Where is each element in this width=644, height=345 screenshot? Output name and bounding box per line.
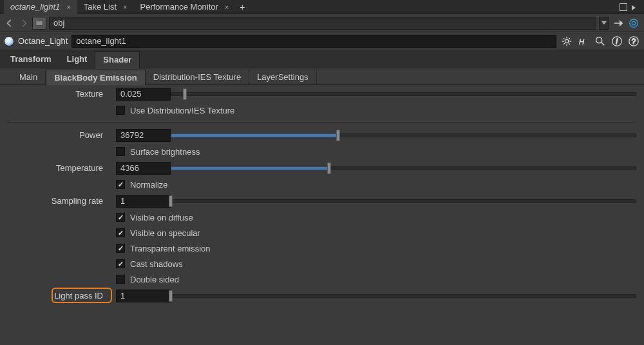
transparent-emission-checkbox[interactable] <box>116 244 125 253</box>
slider-track <box>171 92 636 96</box>
subtab-blackbody[interactable]: BlackBody Emission <box>46 70 146 85</box>
window-tab-label: Performance Monitor <box>140 2 218 12</box>
cast-shadows-label: Cast shadows <box>130 259 183 269</box>
cast-shadows-checkbox[interactable] <box>116 259 125 268</box>
svg-point-6 <box>596 37 602 43</box>
tab-shader[interactable]: Shader <box>95 51 140 68</box>
add-tab-button[interactable]: + <box>235 2 249 12</box>
sampling-rate-input[interactable]: 1 <box>116 195 171 208</box>
window-tab-0[interactable]: octane_light1 × <box>4 0 77 14</box>
slider-thumb[interactable] <box>169 290 173 302</box>
transparent-emission-label: Transparent emission <box>130 244 211 253</box>
temperature-input[interactable]: 4366 <box>116 162 171 175</box>
light-pass-id-label: Light pass ID <box>0 291 109 301</box>
normalize-checkbox[interactable] <box>116 180 125 189</box>
slider-thumb[interactable] <box>183 88 187 100</box>
subtab-main[interactable]: Main <box>12 70 46 84</box>
close-icon[interactable]: × <box>123 3 127 11</box>
slider-fill <box>171 166 329 170</box>
svg-rect-0 <box>36 21 43 25</box>
double-sided-checkbox[interactable] <box>116 275 125 284</box>
tab-label: Shader <box>103 55 131 64</box>
svg-text:i: i <box>616 36 618 44</box>
svg-text:H: H <box>579 37 585 45</box>
back-button[interactable] <box>4 17 15 29</box>
power-input[interactable]: 36792 <box>116 129 171 142</box>
tab-light[interactable]: Light <box>59 51 95 68</box>
visible-specular-checkbox[interactable] <box>116 228 125 237</box>
path-bar: obj <box>0 14 644 32</box>
tab-label: Distribution-IES Texture <box>153 72 241 82</box>
light-pass-id-input[interactable]: 1 <box>116 290 171 302</box>
houdini-icon[interactable]: H <box>577 35 590 48</box>
lightbulb-icon <box>4 36 14 46</box>
sampling-rate-slider[interactable] <box>171 195 636 208</box>
subtab-distribution[interactable]: Distribution-IES Texture <box>146 70 249 84</box>
node-name-input[interactable]: octane_light1 <box>71 35 556 48</box>
help-icon[interactable]: ? <box>627 35 640 48</box>
tab-label: Transform <box>10 54 52 64</box>
use-distribution-label: Use Distribution/IES Texture <box>130 106 234 115</box>
expand-icon[interactable] <box>631 3 639 11</box>
field-text: 0.025 <box>120 89 142 99</box>
svg-text:?: ? <box>632 36 636 44</box>
temperature-slider[interactable] <box>171 162 636 175</box>
context-icon[interactable] <box>32 17 46 30</box>
forward-button[interactable] <box>18 17 30 29</box>
path-dropdown[interactable] <box>599 17 609 30</box>
node-header: Octane_Light octane_light1 H i ? <box>0 32 644 50</box>
close-icon[interactable]: × <box>225 3 229 11</box>
light-pass-id-slider[interactable] <box>171 290 636 302</box>
path-text: obj <box>53 18 64 28</box>
window-tab-bar: octane_light1 × Take List × Performance … <box>0 0 644 14</box>
temperature-label: Temperature <box>0 163 109 173</box>
svg-point-4 <box>565 39 568 43</box>
tab-label: Main <box>19 72 37 82</box>
node-name-text: octane_light1 <box>76 36 126 46</box>
sampling-rate-label: Sampling rate <box>0 196 109 206</box>
svg-point-3 <box>632 21 635 25</box>
slider-thumb[interactable] <box>336 130 340 141</box>
texture-input[interactable]: 0.025 <box>116 88 171 101</box>
divider <box>6 122 636 123</box>
visible-diffuse-label: Visible on diffuse <box>130 213 193 222</box>
visible-diffuse-checkbox[interactable] <box>116 213 125 222</box>
double-sided-label: Double sided <box>130 275 179 284</box>
window-tab-label: Take List <box>84 2 117 12</box>
info-icon[interactable]: i <box>611 35 623 48</box>
tab-transform[interactable]: Transform <box>3 51 59 68</box>
tab-label: BlackBody Emission <box>54 73 137 83</box>
window-controls <box>620 3 644 11</box>
gear-icon[interactable] <box>560 35 573 48</box>
field-text: 36792 <box>120 130 144 140</box>
window-tab-2[interactable]: Performance Monitor × <box>134 0 236 14</box>
surface-brightness-label: Surface brightness <box>130 147 200 157</box>
use-distribution-checkbox[interactable] <box>116 106 125 115</box>
field-text: 1 <box>120 196 125 206</box>
svg-rect-1 <box>36 19 39 21</box>
tab-label: LayerSettings <box>257 72 308 82</box>
slider-fill <box>171 133 338 137</box>
texture-label: Texture <box>0 89 109 99</box>
node-type-label: Octane_Light <box>18 36 68 46</box>
window-tab-1[interactable]: Take List × <box>77 0 134 14</box>
slider-track <box>171 199 636 203</box>
main-tab-bar: Transform Light Shader <box>0 50 644 68</box>
search-icon[interactable] <box>594 35 607 48</box>
target-icon[interactable] <box>627 17 640 30</box>
field-text: 1 <box>120 291 125 301</box>
path-input[interactable]: obj <box>49 17 596 30</box>
slider-thumb[interactable] <box>169 195 173 207</box>
texture-slider[interactable] <box>171 88 636 101</box>
sub-tab-bar: Main BlackBody Emission Distribution-IES… <box>0 68 644 85</box>
slider-track <box>171 294 636 298</box>
maximize-icon[interactable] <box>620 3 627 11</box>
visible-specular-label: Visible on specular <box>130 228 200 238</box>
power-slider[interactable] <box>171 129 636 142</box>
subtab-layersettings[interactable]: LayerSettings <box>249 70 317 84</box>
slider-thumb[interactable] <box>327 163 331 174</box>
close-icon[interactable]: × <box>66 3 70 11</box>
surface-brightness-checkbox[interactable] <box>116 147 125 156</box>
pin-icon[interactable] <box>612 17 625 30</box>
normalize-label: Normalize <box>130 180 168 190</box>
